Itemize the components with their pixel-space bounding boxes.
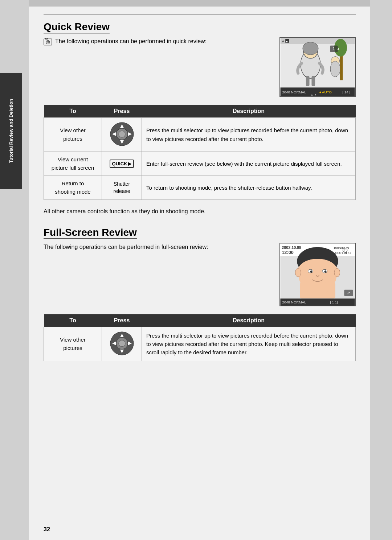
svg-point-11 <box>303 42 318 55</box>
row3-press: Shutterrelease <box>102 176 142 200</box>
svg-text:2002.10.08: 2002.10.08 <box>282 245 301 250</box>
fsr-table-header-press: Press <box>102 314 142 327</box>
svg-point-2 <box>46 40 50 44</box>
section-divider <box>44 14 356 15</box>
row1-to: View otherpictures <box>44 118 102 152</box>
intro-text-content: The following operations can be performe… <box>55 37 207 46</box>
svg-rect-13 <box>311 76 315 86</box>
play-icon: ▶ <box>128 161 131 166</box>
svg-text:J: J <box>337 47 339 51</box>
full-screen-intro-text: The following operations can be performe… <box>44 243 272 251</box>
svg-text:2048 NORMAL: 2048 NORMAL <box>282 90 306 94</box>
page-number: 32 <box>44 526 50 533</box>
row2-desc: Enter full-screen review (see below) wit… <box>142 152 356 176</box>
svg-text:↗: ↗ <box>347 290 350 295</box>
row3-desc: To return to shooting mode, press the sh… <box>142 176 356 200</box>
fsr-row1-press <box>102 327 142 361</box>
row3-to: Return toshooting mode <box>44 176 102 200</box>
quick-review-intro-block: The following operations can be performe… <box>44 37 356 98</box>
svg-point-50 <box>334 268 340 277</box>
svg-point-44 <box>298 259 337 283</box>
row1-press <box>102 118 142 152</box>
full-screen-intro-block: The following operations can be performe… <box>44 243 356 308</box>
quick-review-camera-preview: A ■ <box>279 37 356 98</box>
svg-point-58 <box>119 340 125 347</box>
svg-point-3 <box>47 41 49 43</box>
svg-text:[ 14 ]: [ 14 ] <box>342 90 350 94</box>
quick-label: QUICK <box>112 161 127 166</box>
svg-point-29 <box>119 131 125 137</box>
all-other-text: All other camera controls function as th… <box>44 207 356 216</box>
top-bar <box>29 0 370 7</box>
fsr-table-header-to: To <box>44 314 102 327</box>
table-row: View otherpictures <box>44 118 356 152</box>
svg-point-15 <box>330 61 340 77</box>
svg-point-47 <box>310 270 312 273</box>
table-row: View currentpicture full screen QUICK ▶ … <box>44 152 356 176</box>
svg-text:0001.JPG: 0001.JPG <box>335 251 351 255</box>
svg-text:■: ■ <box>286 40 287 43</box>
svg-text:1: 1 <box>333 46 335 51</box>
svg-text:12:00: 12:00 <box>282 250 293 255</box>
row2-to: View currentpicture full screen <box>44 152 102 176</box>
full-screen-review-section: Full-Screen Review The following operati… <box>44 227 356 361</box>
quick-button: QUICK ▶ <box>110 160 134 168</box>
quick-review-table: To Press Description View otherpictures <box>44 105 356 200</box>
full-screen-review-title: Full-Screen Review <box>44 227 137 239</box>
svg-rect-12 <box>306 76 310 86</box>
table-header-press: Press <box>102 105 142 118</box>
fsr-row1-desc: Press the multi selector up to view pict… <box>142 327 356 361</box>
page-content: Quick Review The following operations ca… <box>29 0 370 540</box>
svg-text:A: A <box>282 39 284 43</box>
table-header-to: To <box>44 105 102 118</box>
full-screen-review-title-container: Full-Screen Review <box>44 227 356 239</box>
quick-review-title-container: Quick Review <box>44 21 356 33</box>
fsr-multi-selector-icon <box>109 331 135 356</box>
section-icon <box>44 38 52 48</box>
svg-point-48 <box>324 270 327 273</box>
row2-press: QUICK ▶ <box>102 152 142 176</box>
table-header-description: Description <box>142 105 356 118</box>
svg-text:▲ ▼: ▲ ▼ <box>310 93 317 96</box>
table-row: Return toshooting mode Shutterrelease To… <box>44 176 356 200</box>
svg-text:♦ AUTO: ♦ AUTO <box>319 90 332 94</box>
full-screen-camera-preview: 2002.10.08 100NIKON 12:00 0001.JPG <box>279 243 356 308</box>
fsr-row1-to: View otherpictures <box>44 327 102 361</box>
fsr-table-header-description: Description <box>142 314 356 327</box>
svg-point-49 <box>295 268 301 277</box>
svg-text:2048 NORMAL: 2048 NORMAL <box>282 300 306 304</box>
sidebar-tab: Tutorial Review and Deletion <box>0 73 22 189</box>
quick-review-title: Quick Review <box>44 21 110 33</box>
sidebar-label: Tutorial Review and Deletion <box>8 99 14 163</box>
row1-desc: Press the multi selector up to view pict… <box>142 118 356 152</box>
svg-text:[ 1    1]: [ 1 1] <box>330 300 338 304</box>
quick-review-section: Quick Review The following operations ca… <box>44 21 356 216</box>
quick-review-intro-text: The following operations can be performe… <box>44 37 272 48</box>
table-row: View otherpictures Press t <box>44 327 356 361</box>
full-screen-review-table: To Press Description View otherpictures <box>44 314 356 361</box>
svg-text:100NIKON: 100NIKON <box>334 246 349 250</box>
multi-selector-icon <box>109 121 135 147</box>
